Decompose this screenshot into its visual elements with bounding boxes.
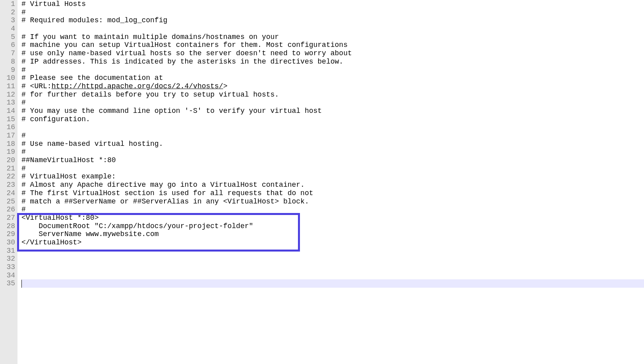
code-line[interactable]: [21, 255, 644, 263]
line-number: 5: [0, 33, 15, 41]
code-line[interactable]: [21, 279, 644, 288]
line-number: 12: [0, 91, 15, 99]
line-number: 3: [0, 16, 15, 25]
line-number: 26: [0, 205, 15, 214]
code-line[interactable]: # Use name-based virtual hosting.: [21, 140, 644, 148]
text-caret: [21, 280, 22, 288]
line-number: 9: [0, 66, 15, 74]
line-number: 22: [0, 172, 15, 181]
code-line[interactable]: # VirtualHost example:: [21, 172, 644, 181]
line-number: 20: [0, 156, 15, 165]
code-line[interactable]: # If you want to maintain multiple domai…: [21, 33, 644, 41]
code-line[interactable]: [21, 271, 644, 280]
line-number-gutter: 1 2 3 4 5 6 7 8 9 10 11 12 13 14 15 16 1…: [0, 0, 17, 364]
line-number: 24: [0, 189, 15, 197]
line-number: 8: [0, 58, 15, 66]
line-number: 15: [0, 115, 15, 124]
code-line[interactable]: ServerName www.mywebsite.com: [21, 230, 644, 238]
code-line[interactable]: # Virtual Hosts: [21, 0, 644, 8]
code-area[interactable]: # Virtual Hosts # # Required modules: mo…: [17, 0, 644, 364]
code-line[interactable]: #: [21, 8, 644, 17]
line-number: 4: [0, 25, 15, 33]
line-number: 11: [0, 82, 15, 91]
code-line[interactable]: # configuration.: [21, 115, 644, 124]
line-number: 25: [0, 197, 15, 206]
line-number: 2: [0, 8, 15, 17]
code-line[interactable]: DocumentRoot "C:/xampp/htdocs/your-proje…: [21, 222, 644, 230]
code-line[interactable]: #: [21, 66, 644, 74]
code-line[interactable]: # for further details before you try to …: [21, 91, 644, 99]
line-number: 27: [0, 214, 15, 222]
line-number: 34: [0, 271, 15, 280]
code-line[interactable]: #: [21, 132, 644, 140]
line-number: 10: [0, 74, 15, 82]
code-line[interactable]: ##NameVirtualHost *:80: [21, 156, 644, 165]
code-line[interactable]: # machine you can setup VirtualHost cont…: [21, 41, 644, 49]
line-number: 14: [0, 107, 15, 115]
code-line[interactable]: #: [21, 99, 644, 107]
code-line[interactable]: [21, 25, 644, 33]
code-line[interactable]: # You may use the command line option '-…: [21, 107, 644, 115]
code-editor[interactable]: 1 2 3 4 5 6 7 8 9 10 11 12 13 14 15 16 1…: [0, 0, 644, 364]
code-line[interactable]: # Required modules: mod_log_config: [21, 16, 644, 25]
code-line[interactable]: #: [21, 165, 644, 173]
code-line[interactable]: <VirtualHost *:80>: [21, 214, 644, 222]
code-line[interactable]: [21, 123, 644, 132]
code-line[interactable]: # Please see the documentation at: [21, 74, 644, 82]
code-line[interactable]: [21, 247, 644, 255]
code-line[interactable]: # match a ##ServerName or ##ServerAlias …: [21, 197, 644, 206]
code-line[interactable]: # The first VirtualHost section is used …: [21, 189, 644, 197]
line-number: 17: [0, 132, 15, 140]
code-line[interactable]: # use only name-based virtual hosts so t…: [21, 49, 644, 58]
line-number: 35: [0, 279, 15, 288]
line-number: 21: [0, 165, 15, 173]
line-number: 16: [0, 123, 15, 132]
code-line[interactable]: #: [21, 148, 644, 156]
code-line[interactable]: # IP addresses. This is indicated by the…: [21, 58, 644, 66]
line-number: 23: [0, 181, 15, 189]
line-number: 13: [0, 99, 15, 107]
line-number: 28: [0, 222, 15, 230]
line-number: 6: [0, 41, 15, 49]
code-line[interactable]: # <URL:http://httpd.apache.org/docs/2.4/…: [21, 82, 644, 91]
line-number: 30: [0, 238, 15, 247]
line-number: 31: [0, 247, 15, 255]
code-line[interactable]: </VirtualHost>: [21, 238, 644, 247]
doc-url-link[interactable]: http://httpd.apache.org/docs/2.4/vhosts/: [52, 82, 223, 90]
code-line[interactable]: [21, 263, 644, 271]
line-number: 32: [0, 255, 15, 263]
line-number: 7: [0, 49, 15, 58]
line-number: 18: [0, 140, 15, 148]
line-number: 29: [0, 230, 15, 238]
line-number: 33: [0, 263, 15, 271]
code-line[interactable]: # Almost any Apache directive may go int…: [21, 181, 644, 189]
code-line[interactable]: #: [21, 205, 644, 214]
line-number: 19: [0, 148, 15, 156]
line-number: 1: [0, 0, 15, 8]
